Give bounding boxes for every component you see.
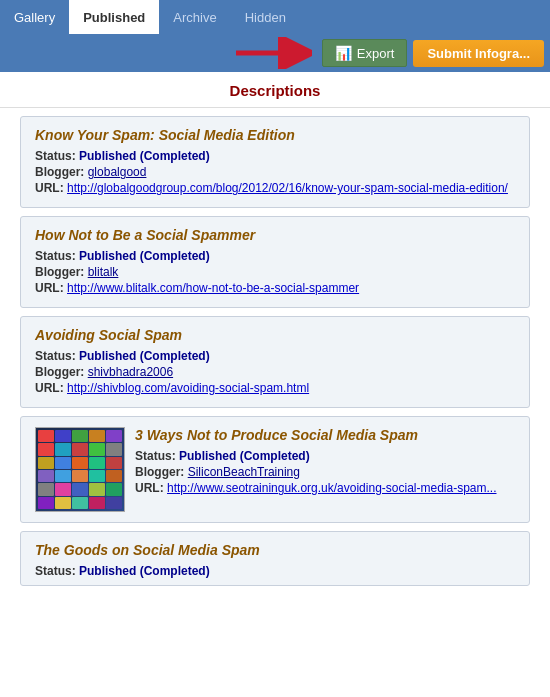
submit-button[interactable]: Submit Infogra...	[413, 40, 544, 67]
thumb-cell	[89, 497, 105, 509]
export-label: Export	[357, 46, 395, 61]
tab-gallery[interactable]: Gallery	[0, 0, 69, 34]
thumb-cell	[38, 483, 54, 495]
thumb-cell	[106, 430, 122, 442]
card-1: Know Your Spam: Social Media Edition Sta…	[20, 116, 530, 208]
card-3-blogger-link[interactable]: shivbhadra2006	[88, 365, 173, 379]
card-2-url: URL: http://www.blitalk.com/how-not-to-b…	[35, 281, 515, 295]
card-2-title: How Not to Be a Social Spammer	[35, 227, 515, 243]
card-4-inner: 3 Ways Not to Produce Social Media Spam …	[35, 427, 515, 512]
thumb-cell	[89, 470, 105, 482]
thumb-cell	[106, 457, 122, 469]
thumb-cell	[38, 443, 54, 455]
card-3-status: Status: Published (Completed)	[35, 349, 515, 363]
card-3-url-link[interactable]: http://shivblog.com/avoiding-social-spam…	[67, 381, 309, 395]
card-2-status: Status: Published (Completed)	[35, 249, 515, 263]
tab-bar: Gallery Published Archive Hidden	[0, 0, 550, 34]
thumb-cell	[106, 470, 122, 482]
thumb-cell	[55, 457, 71, 469]
card-5: The Goods on Social Media Spam Status: P…	[20, 531, 530, 586]
card-4-url: URL: http://www.seotraininguk.org.uk/avo…	[135, 481, 515, 495]
cards-container: Know Your Spam: Social Media Edition Sta…	[0, 116, 550, 586]
card-3-blogger: Blogger: shivbhadra2006	[35, 365, 515, 379]
thumb-cell	[38, 470, 54, 482]
thumb-cell	[38, 457, 54, 469]
card-4-content: 3 Ways Not to Produce Social Media Spam …	[135, 427, 515, 512]
card-4: 3 Ways Not to Produce Social Media Spam …	[20, 416, 530, 523]
card-4-blogger: Blogger: SiliconBeachTraining	[135, 465, 515, 479]
thumb-cell	[89, 443, 105, 455]
arrow-annotation	[6, 37, 316, 69]
toolbar: 📊 Export Submit Infogra...	[0, 34, 550, 72]
export-icon: 📊	[335, 45, 352, 61]
thumb-cell	[72, 430, 88, 442]
thumb-cell	[106, 497, 122, 509]
thumb-cell	[55, 497, 71, 509]
card-4-blogger-link[interactable]: SiliconBeachTraining	[188, 465, 300, 479]
card-4-url-link[interactable]: http://www.seotraininguk.org.uk/avoiding…	[167, 481, 496, 495]
card-2-blogger-link[interactable]: blitalk	[88, 265, 119, 279]
thumb-cell	[72, 483, 88, 495]
thumb-cell	[89, 483, 105, 495]
export-button[interactable]: 📊 Export	[322, 39, 408, 67]
card-4-status: Status: Published (Completed)	[135, 449, 515, 463]
card-5-title: The Goods on Social Media Spam	[35, 542, 515, 558]
thumb-cell	[72, 443, 88, 455]
thumb-cell	[38, 497, 54, 509]
card-2: How Not to Be a Social Spammer Status: P…	[20, 216, 530, 308]
section-title: Descriptions	[0, 72, 550, 108]
thumb-cell	[38, 430, 54, 442]
card-1-blogger-link[interactable]: globalgood	[88, 165, 147, 179]
card-1-blogger: Blogger: globalgood	[35, 165, 515, 179]
thumb-cell	[55, 470, 71, 482]
card-2-url-link[interactable]: http://www.blitalk.com/how-not-to-be-a-s…	[67, 281, 359, 295]
thumb-cell	[72, 457, 88, 469]
card-5-status: Status: Published (Completed)	[35, 564, 515, 578]
thumb-cell	[72, 497, 88, 509]
tab-archive[interactable]: Archive	[159, 0, 230, 34]
card-3: Avoiding Social Spam Status: Published (…	[20, 316, 530, 408]
thumb-cell	[106, 483, 122, 495]
card-1-title: Know Your Spam: Social Media Edition	[35, 127, 515, 143]
card-4-thumbnail	[35, 427, 125, 512]
card-2-blogger: Blogger: blitalk	[35, 265, 515, 279]
tab-published[interactable]: Published	[69, 0, 159, 34]
card-3-title: Avoiding Social Spam	[35, 327, 515, 343]
thumb-cell	[106, 443, 122, 455]
card-1-url: URL: http://globalgoodgroup.com/blog/201…	[35, 181, 515, 195]
card-4-title: 3 Ways Not to Produce Social Media Spam	[135, 427, 515, 443]
card-3-url: URL: http://shivblog.com/avoiding-social…	[35, 381, 515, 395]
thumb-cell	[89, 430, 105, 442]
card-1-status: Status: Published (Completed)	[35, 149, 515, 163]
thumb-cell	[55, 443, 71, 455]
card-1-url-link[interactable]: http://globalgoodgroup.com/blog/2012/02/…	[67, 181, 508, 195]
tab-hidden[interactable]: Hidden	[231, 0, 300, 34]
thumb-cell	[55, 483, 71, 495]
thumb-cell	[55, 430, 71, 442]
thumb-cell	[72, 470, 88, 482]
thumb-cell	[89, 457, 105, 469]
